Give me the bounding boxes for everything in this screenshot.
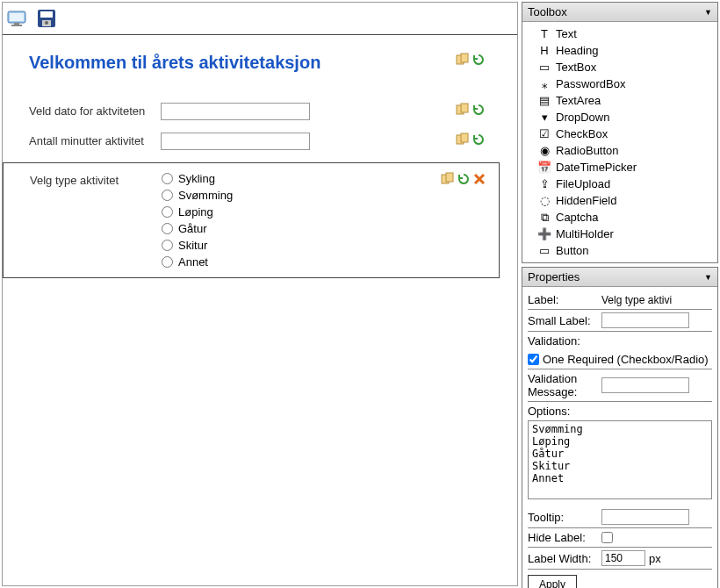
textarea-icon: ▤ bbox=[538, 95, 551, 107]
dropdown-icon: ▾ bbox=[538, 111, 551, 124]
date-label: Veld dato for aktviteten bbox=[29, 103, 161, 118]
prop-valmsg-label: Validation Message: bbox=[528, 372, 598, 398]
toolbox-header[interactable]: Toolbox ▼ bbox=[522, 3, 717, 22]
tool-item-captcha[interactable]: ⧉Captcha bbox=[528, 209, 712, 226]
properties-title: Properties bbox=[528, 270, 580, 283]
radio-input[interactable] bbox=[162, 256, 173, 268]
prop-hidelabel-label: Hide Label: bbox=[528, 531, 598, 544]
properties-header[interactable]: Properties ▼ bbox=[522, 268, 717, 287]
prop-labelwidth-input[interactable] bbox=[601, 550, 645, 566]
svg-rect-15 bbox=[446, 173, 453, 182]
radio-option[interactable]: Løping bbox=[162, 205, 233, 219]
prop-small-label-label: Small Label: bbox=[528, 314, 598, 327]
prop-small-label-input[interactable] bbox=[601, 312, 689, 328]
selected-field-box[interactable]: Velg type aktivitet SyklingSvømmingLøpin… bbox=[3, 162, 500, 278]
prop-label-label: Label: bbox=[528, 293, 598, 306]
radio-option[interactable]: Sykling bbox=[162, 172, 233, 185]
tool-item-multiholder[interactable]: ➕MultiHolder bbox=[528, 226, 712, 242]
textbox-icon: ▭ bbox=[538, 61, 551, 74]
copy-icon[interactable] bbox=[456, 133, 470, 147]
preview-button[interactable] bbox=[6, 6, 31, 31]
radio-label: Løping bbox=[178, 205, 213, 219]
tool-item-dropdown[interactable]: ▾DropDown bbox=[528, 109, 712, 125]
fileupload-icon: ⇪ bbox=[538, 178, 551, 190]
minutes-input[interactable] bbox=[161, 133, 310, 150]
option-line[interactable]: Løping bbox=[530, 435, 709, 448]
heading-icon: H bbox=[538, 45, 551, 57]
tool-item-fileupload[interactable]: ⇪FileUpload bbox=[528, 176, 712, 192]
radio-input[interactable] bbox=[162, 190, 173, 201]
tool-label: HiddenField bbox=[556, 194, 616, 207]
radio-input[interactable] bbox=[162, 223, 173, 234]
captcha-icon: ⧉ bbox=[538, 212, 551, 224]
prop-options-list[interactable]: SvømmingLøpingGåturSkiturAnnet bbox=[528, 420, 712, 499]
tool-label: MultiHolder bbox=[556, 227, 614, 240]
apply-button[interactable]: Apply bbox=[528, 575, 577, 588]
tool-label: CheckBox bbox=[556, 127, 608, 140]
copy-icon[interactable] bbox=[456, 103, 470, 117]
svg-rect-2 bbox=[14, 23, 19, 25]
tool-item-button[interactable]: ▭Button bbox=[528, 242, 712, 259]
radio-option[interactable]: Gåtur bbox=[162, 222, 233, 235]
radio-input[interactable] bbox=[162, 240, 173, 251]
tool-item-hiddenfield[interactable]: ◌HiddenField bbox=[528, 192, 712, 209]
collapse-icon: ▼ bbox=[704, 8, 712, 17]
multiholder-icon: ➕ bbox=[538, 228, 551, 240]
svg-rect-9 bbox=[461, 54, 468, 62]
collapse-icon: ▼ bbox=[704, 273, 712, 282]
heading-row: Velkommen til årets aktivitetaksjon bbox=[29, 53, 491, 90]
prop-tooltip-input[interactable] bbox=[601, 509, 689, 525]
save-button[interactable] bbox=[34, 6, 59, 31]
option-line[interactable]: Gåtur bbox=[530, 448, 709, 460]
prop-options-label: Options: bbox=[528, 405, 598, 418]
properties-panel: Properties ▼ Label: Velg type aktivi Sma… bbox=[522, 267, 718, 588]
option-line[interactable]: Skitur bbox=[530, 460, 709, 472]
tool-label: TextBox bbox=[556, 61, 596, 74]
svg-rect-1 bbox=[10, 13, 24, 21]
option-line[interactable]: Annet bbox=[530, 472, 709, 484]
prop-validation-label: Validation: bbox=[528, 334, 598, 348]
radio-input[interactable] bbox=[162, 206, 173, 218]
radio-label: Skitur bbox=[178, 239, 207, 252]
tool-item-textbox[interactable]: ▭TextBox bbox=[528, 59, 712, 75]
svg-rect-5 bbox=[40, 11, 53, 18]
tool-item-checkbox[interactable]: ☑CheckBox bbox=[528, 125, 712, 142]
prop-validation-text: One Required (Checkbox/Radio) bbox=[543, 353, 709, 366]
prop-valmsg-input[interactable] bbox=[601, 377, 689, 393]
svg-point-7 bbox=[45, 21, 48, 25]
refresh-icon[interactable] bbox=[472, 53, 486, 67]
radio-input[interactable] bbox=[162, 173, 173, 184]
tool-item-datetimepicker[interactable]: 📅DateTimePicker bbox=[528, 159, 712, 176]
refresh-icon[interactable] bbox=[472, 133, 486, 147]
refresh-icon[interactable] bbox=[472, 103, 486, 117]
radio-label: Gåtur bbox=[178, 222, 207, 235]
prop-hidelabel-check[interactable] bbox=[601, 532, 613, 543]
radio-option[interactable]: Skitur bbox=[162, 239, 233, 252]
tool-item-passwordbox[interactable]: ⁎PasswordBox bbox=[528, 75, 712, 92]
prop-validation-check[interactable] bbox=[528, 354, 539, 365]
refresh-icon[interactable] bbox=[457, 172, 471, 186]
tool-item-textarea[interactable]: ▤TextArea bbox=[528, 92, 712, 109]
radio-option[interactable]: Svømming bbox=[162, 189, 233, 202]
radio-option[interactable]: Annet bbox=[162, 255, 233, 269]
designer-canvas: Velkommen til årets aktivitetaksjon Veld… bbox=[2, 2, 518, 586]
tool-item-text[interactable]: TText bbox=[528, 25, 712, 42]
tool-label: Captcha bbox=[556, 211, 598, 224]
date-input[interactable] bbox=[161, 103, 310, 120]
toolbox-body: TTextHHeading▭TextBox⁎PasswordBox▤TextAr… bbox=[522, 22, 717, 262]
delete-icon[interactable] bbox=[472, 172, 486, 186]
copy-icon[interactable] bbox=[441, 172, 455, 186]
radio-label: Sykling bbox=[178, 172, 215, 185]
checkbox-icon: ☑ bbox=[538, 128, 551, 140]
radio-label: Annet bbox=[178, 255, 208, 269]
prop-labelwidth-unit: px bbox=[649, 552, 661, 565]
tool-label: Text bbox=[556, 27, 577, 40]
svg-rect-3 bbox=[11, 25, 22, 26]
toolbar bbox=[3, 3, 517, 35]
svg-rect-13 bbox=[461, 133, 468, 142]
copy-icon[interactable] bbox=[456, 53, 470, 67]
option-line[interactable]: Svømming bbox=[530, 423, 709, 435]
tool-item-heading[interactable]: HHeading bbox=[528, 42, 712, 59]
toolbox-panel: Toolbox ▼ TTextHHeading▭TextBox⁎Password… bbox=[522, 2, 718, 263]
tool-item-radiobutton[interactable]: ◉RadioButton bbox=[528, 142, 712, 159]
